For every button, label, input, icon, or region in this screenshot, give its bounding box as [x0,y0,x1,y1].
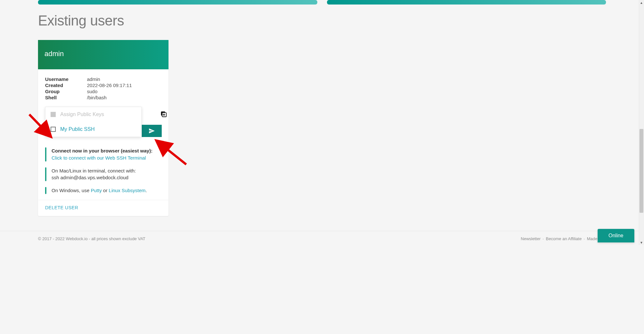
assign-keys-placeholder: Assign Public Keys [60,112,104,117]
banner-left [38,0,317,5]
windows-prefix: On Windows, use [52,188,91,193]
accent-bar-icon [45,147,46,162]
connect-windows: On Windows, use Putty or Linux Subsystem… [45,187,161,194]
online-label: Online [609,233,623,238]
scroll-up-icon[interactable]: ▲ [639,0,644,5]
vertical-scrollbar[interactable]: ▲ ▼ [639,0,644,245]
user-card: admin Username admin Created 2022-08-26 … [38,40,168,216]
submit-keys-button[interactable] [142,125,162,137]
online-status-button[interactable]: Online [598,229,634,242]
banner-right [327,0,606,5]
scroll-down-icon[interactable]: ▼ [639,240,644,245]
accent-bar-icon [45,167,46,182]
connect-mac-linux: On Mac/Linux in terminal, connect with: … [45,167,161,182]
mac-linux-line1: On Mac/Linux in terminal, connect with: [52,168,136,173]
info-row-shell: Shell /bin/bash [45,95,161,100]
footer-copyright: © 2017 - 2022 Webdock.io - all prices sh… [38,236,145,241]
add-to-collection-icon [160,111,167,118]
assign-keys-placeholder-row: Assign Public Keys [45,107,141,122]
assign-keys-option[interactable]: My Public SSH [45,122,141,137]
keys-area: Assign Public Keys My Public SSH [45,107,161,139]
info-row-group: Group sudo [45,89,161,94]
user-card-body: Username admin Created 2022-08-26 09:17:… [38,69,168,142]
group-label: Group [45,89,87,94]
user-card-footer: DELETE USER [38,200,168,216]
send-icon [149,128,155,134]
section-title: Existing users [38,13,644,29]
mac-linux-line2: ssh admin@das.vps.webdock.cloud [52,175,129,180]
key-option-checkbox[interactable] [51,127,56,132]
user-card-header: admin [38,40,168,69]
username-label: Username [45,76,87,82]
windows-mid: or [102,188,109,193]
info-row-username: Username admin [45,76,161,82]
accent-bar-icon [45,187,46,194]
assign-keys-dropdown[interactable]: Assign Public Keys My Public SSH [45,107,142,137]
connect-browser-title: Connect now in your browser (easiest way… [52,148,152,153]
created-label: Created [45,83,87,88]
group-value: sudo [87,89,98,94]
footer-sep: - [583,236,585,241]
info-row-created: Created 2022-08-26 09:17:11 [45,83,161,88]
shell-value: /bin/bash [87,95,107,100]
created-value: 2022-08-26 09:17:11 [87,83,132,88]
username-value: admin [87,76,100,82]
add-key-icon[interactable] [160,111,167,118]
page-footer: © 2017 - 2022 Webdock.io - all prices sh… [0,231,644,245]
connect-browser: Connect now in your browser (easiest way… [45,147,161,162]
user-name: admin [44,50,64,58]
footer-links: Newsletter - Become an Affiliate - Made … [521,236,606,241]
connect-instructions: Connect now in your browser (easiest way… [38,142,168,194]
putty-link[interactable]: Putty [91,188,102,193]
web-ssh-link[interactable]: Click to connect with our Web SSH Termin… [52,155,146,161]
checkbox-placeholder-icon [51,112,56,117]
delete-user-button[interactable]: DELETE USER [45,205,78,210]
scroll-thumb[interactable] [639,129,643,213]
svg-rect-3 [163,114,165,115]
linux-subsystem-link[interactable]: Linux Subsystem [109,188,146,193]
affiliate-link[interactable]: Become an Affiliate [546,236,582,241]
shell-label: Shell [45,95,87,100]
newsletter-link[interactable]: Newsletter [521,236,541,241]
page-root: Existing users admin Username admin Crea… [0,0,644,245]
windows-suffix: . [146,188,147,193]
top-banner-row [0,0,644,5]
footer-sep: - [543,236,544,241]
key-option-label[interactable]: My Public SSH [60,126,95,132]
